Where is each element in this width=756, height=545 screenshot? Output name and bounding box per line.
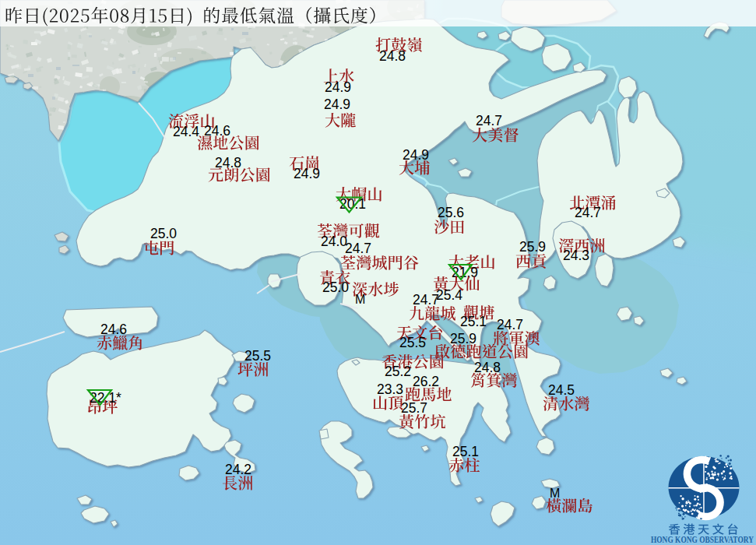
svg-text:24.7: 24.7 <box>476 113 502 128</box>
svg-text:24.6: 24.6 <box>204 123 230 139</box>
svg-text:25.2: 25.2 <box>385 364 411 379</box>
svg-text:24.8: 24.8 <box>379 48 406 64</box>
svg-text:25.4: 25.4 <box>436 287 462 303</box>
svg-text:24.8: 24.8 <box>474 360 501 375</box>
svg-text:25.9: 25.9 <box>519 239 546 255</box>
svg-text:24.9: 24.9 <box>294 166 320 181</box>
svg-text:25.0: 25.0 <box>322 280 349 295</box>
svg-text:25.5: 25.5 <box>244 348 271 364</box>
svg-text:24.9: 24.9 <box>324 97 350 112</box>
svg-text:24.7: 24.7 <box>497 317 523 332</box>
svg-text:25.0: 25.0 <box>150 226 177 241</box>
svg-text:24.9: 24.9 <box>403 147 429 163</box>
svg-text:24.9: 24.9 <box>325 79 351 95</box>
svg-text:M: M <box>550 487 560 500</box>
svg-text:25.5: 25.5 <box>399 335 426 350</box>
svg-text:24.7: 24.7 <box>345 241 371 256</box>
svg-text:23.3: 23.3 <box>377 382 403 397</box>
svg-text:M: M <box>355 293 365 306</box>
svg-text:25.6: 25.6 <box>438 205 464 220</box>
svg-text:25.7: 25.7 <box>401 400 427 416</box>
svg-text:24.5: 24.5 <box>548 382 575 398</box>
svg-text:24.0: 24.0 <box>321 234 347 249</box>
svg-text:24.2: 24.2 <box>225 462 251 477</box>
svg-text:24.4: 24.4 <box>173 124 199 139</box>
svg-text:26.2: 26.2 <box>413 374 439 389</box>
svg-text:24.7: 24.7 <box>575 205 601 220</box>
svg-text:24.6: 24.6 <box>100 322 127 337</box>
svg-text:24.3: 24.3 <box>563 248 589 263</box>
svg-text:24.7: 24.7 <box>413 292 439 308</box>
svg-text:HONG KONG OBSERVATORY: HONG KONG OBSERVATORY <box>651 534 754 545</box>
svg-text:25.1: 25.1 <box>452 444 479 459</box>
svg-text:25.9: 25.9 <box>450 331 476 346</box>
svg-text:24.8: 24.8 <box>215 155 241 171</box>
svg-text:25.1: 25.1 <box>460 314 487 329</box>
